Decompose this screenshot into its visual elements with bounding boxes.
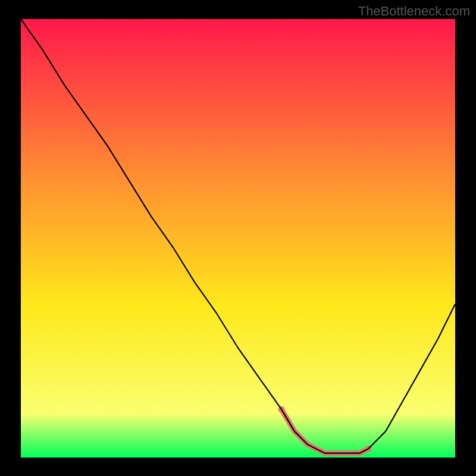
watermark-text: TheBottleneck.com [358, 4, 470, 19]
chart-svg [21, 19, 455, 458]
chart-background [21, 19, 455, 458]
chart-plot-area [21, 19, 455, 458]
